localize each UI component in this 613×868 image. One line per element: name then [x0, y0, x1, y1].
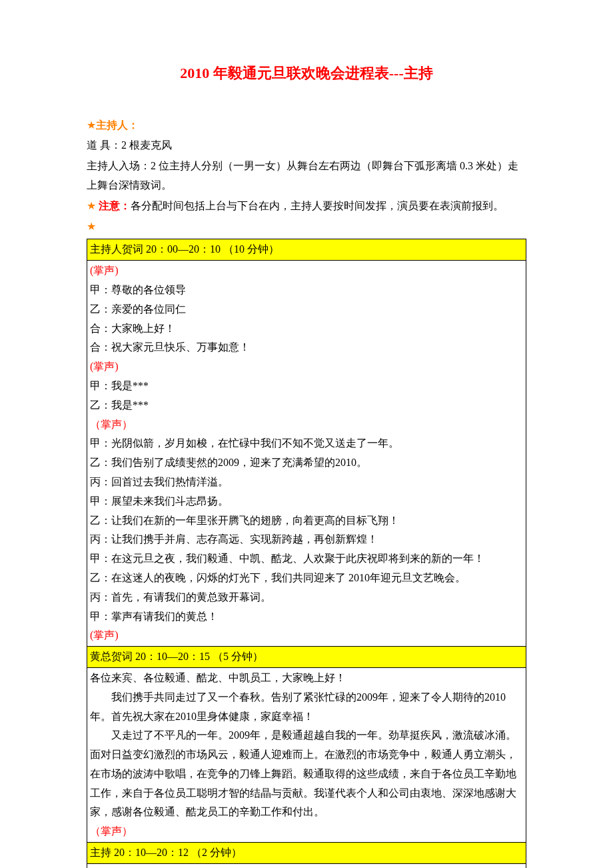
script-line: 丙：回首过去我们热情洋溢。	[90, 473, 523, 492]
hosts-label: 主持人：	[96, 119, 139, 131]
star-icon: ★	[87, 221, 96, 232]
script-line: 甲：掌声有请我们的黄总！	[90, 607, 523, 627]
script-line: 甲：我是***	[90, 377, 523, 396]
table-row: (掌声) 甲：尊敬的各位领导 乙：亲爱的各位同仁 合：大家晚上好！ 合：祝大家元…	[87, 261, 526, 647]
star-line: ★	[87, 217, 526, 237]
script-line: 甲：在这元旦之夜，我们毅通、中凯、酷龙、人欢聚于此庆祝即将到来的新的一年！	[90, 549, 523, 569]
script-line: 合：祝大家元旦快乐、万事如意！	[90, 338, 523, 357]
props-line: 道 具：2 根麦克风	[87, 136, 526, 155]
section-body: 各位来宾、各位毅通、酷龙、中凯员工，大家晚上好！ 我们携手共同走过了又一个春秋。…	[87, 667, 526, 842]
script-line: 合：大家晚上好！	[90, 319, 523, 339]
applause-cue: (掌声)	[90, 357, 523, 377]
script-line: 乙：亲爱的各位同仁	[90, 300, 523, 319]
star-icon: ★	[87, 200, 96, 211]
notice-line: ★ 注意：各分配时间包括上台与下台在内，主持人要按时间发挥，演员要在表演前报到。	[87, 197, 526, 216]
star-icon: ★	[87, 119, 96, 131]
table-row: 主持人贺词 20：00—20：10 （10 分钟）	[87, 239, 526, 261]
speech-paragraph: 我们携手共同走过了又一个春秋。告别了紧张忙碌的2009年，迎来了令人期待的201…	[90, 688, 523, 727]
script-line: 丙：首先，有请我们的黄总致开幕词。	[90, 588, 523, 607]
table-row: 主持 20：10—20：12 （2 分钟）	[87, 843, 526, 864]
section-header-huang-speech: 黄总贺词 20：10—20：15 （5 分钟）	[87, 647, 526, 668]
notice-text: 各分配时间包括上台与下台在内，主持人要按时间发挥，演员要在表演前报到。	[131, 200, 504, 211]
section-body: 乙：感谢黄总热情洋溢的讲话。2009年是值得我们回味的一年，这一年，毅通的每一天	[87, 863, 526, 868]
table-row: 乙：感谢黄总热情洋溢的讲话。2009年是值得我们回味的一年，这一年，毅通的每一天	[87, 863, 526, 868]
section-body: (掌声) 甲：尊敬的各位领导 乙：亲爱的各位同仁 合：大家晚上好！ 合：祝大家元…	[87, 261, 526, 647]
script-line: 甲：光阴似箭，岁月如梭，在忙碌中我们不知不觉又送走了一年。	[90, 434, 523, 453]
table-row: 各位来宾、各位毅通、酷龙、中凯员工，大家晚上好！ 我们携手共同走过了又一个春秋。…	[87, 667, 526, 842]
script-line: 乙：在这迷人的夜晚，闪烁的灯光下，我们共同迎来了 2010年迎元旦文艺晚会。	[90, 569, 523, 588]
schedule-table: 主持人贺词 20：00—20：10 （10 分钟） (掌声) 甲：尊敬的各位领导…	[87, 239, 526, 868]
table-row: 黄总贺词 20：10—20：15 （5 分钟）	[87, 647, 526, 668]
script-line: 甲：展望未来我们斗志昂扬。	[90, 492, 523, 511]
page-title: 2010 年毅通元旦联欢晚会进程表---主持	[87, 60, 526, 87]
applause-cue: （掌声）	[90, 822, 523, 841]
speech-paragraph: 又走过了不平凡的一年。2009年，是毅通超越自我的一年。劲草挺疾风，激流破冰涌。…	[90, 726, 523, 822]
hosts-line: ★主持人：	[87, 116, 526, 135]
script-line: 乙：感谢黄总热情洋溢的讲话。2009年是值得我们回味的一年，这一年，毅通的每一天	[90, 865, 523, 868]
notice-label: 注意：	[99, 200, 131, 211]
script-line: 丙：让我们携手并肩、志存高远、实现新跨越，再创新辉煌！	[90, 530, 523, 549]
section-header-hosts-speech: 主持人贺词 20：00—20：10 （10 分钟）	[87, 239, 526, 261]
entrance-line: 主持人入场：2 位主持人分别（一男一女）从舞台左右两边（即舞台下弧形离墙 0.3…	[87, 157, 526, 195]
applause-cue: (掌声)	[90, 626, 523, 645]
document-page: 2010 年毅通元旦联欢晚会进程表---主持 ★主持人： 道 具：2 根麦克风 …	[0, 0, 613, 868]
section-header-host: 主持 20：10—20：12 （2 分钟）	[87, 843, 526, 864]
script-line: 甲：尊敬的各位领导	[90, 281, 523, 300]
applause-cue: （掌声）	[90, 415, 523, 435]
speech-paragraph: 各位来宾、各位毅通、酷龙、中凯员工，大家晚上好！	[90, 669, 523, 688]
applause-cue: (掌声)	[90, 261, 523, 281]
script-line: 乙：我们告别了成绩斐然的2009，迎来了充满希望的2010。	[90, 453, 523, 473]
script-line: 乙：让我们在新的一年里张开腾飞的翅膀，向着更高的目标飞翔！	[90, 511, 523, 531]
script-line: 乙：我是***	[90, 396, 523, 415]
